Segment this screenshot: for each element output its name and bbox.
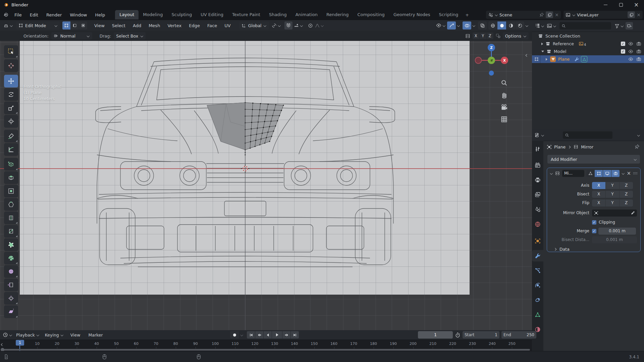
ruler-frame-label[interactable]: 190 xyxy=(389,342,398,346)
proportional-falloff-dropdown[interactable] xyxy=(315,23,324,28)
playback-menu[interactable]: Playback xyxy=(16,333,40,338)
next-keyframe-button[interactable] xyxy=(282,331,290,339)
workspace-tab-texture-paint[interactable]: Texture Paint xyxy=(228,10,265,19)
render-camera-icon[interactable] xyxy=(636,49,641,54)
modifier-extras-dropdown[interactable] xyxy=(622,172,625,175)
auto-keyframe-button[interactable] xyxy=(230,331,239,339)
tab-object-data[interactable] xyxy=(532,309,543,320)
tab-render[interactable] xyxy=(532,160,543,171)
ruler-frame-label[interactable]: 180 xyxy=(369,342,378,346)
merge-checkbox[interactable]: ✓ xyxy=(592,229,596,233)
shading-wireframe-button[interactable] xyxy=(488,21,497,29)
workspace-tab-layout[interactable]: Layout xyxy=(115,10,139,19)
toggle-edit-mode[interactable] xyxy=(595,170,603,177)
ruler-frame-label[interactable]: 10 xyxy=(33,342,42,346)
outliner-filter-dropdown[interactable] xyxy=(614,23,624,28)
tool-inset-faces[interactable] xyxy=(4,185,18,197)
camera-view-icon[interactable] xyxy=(500,104,508,111)
xray-toggle[interactable] xyxy=(478,21,487,29)
menu-uv[interactable]: UV xyxy=(221,23,234,28)
ruler-frame-label[interactable]: 200 xyxy=(409,342,418,346)
view-layer-selector[interactable]: ViewLayer × xyxy=(564,11,643,19)
ruler-frame-label[interactable]: 170 xyxy=(349,342,359,346)
ruler-frame-label[interactable]: 90 xyxy=(191,342,200,346)
tab-object[interactable] xyxy=(532,235,543,247)
menu-vertex[interactable]: Vertex xyxy=(164,23,185,28)
menu-window[interactable]: Window xyxy=(66,12,91,17)
ruler-frame-label[interactable]: 210 xyxy=(428,342,437,346)
menu-add[interactable]: Add xyxy=(129,23,145,28)
prev-keyframe-button[interactable] xyxy=(255,331,263,339)
flip-y-toggle[interactable]: Y xyxy=(606,199,619,206)
tab-view-layer[interactable] xyxy=(532,189,543,200)
play-reverse-button[interactable] xyxy=(264,331,272,339)
timeline-view-menu[interactable]: View xyxy=(66,333,85,338)
workspace-tab-shading[interactable]: Shading xyxy=(265,10,291,19)
properties-search-field[interactable] xyxy=(563,131,612,139)
tool-poly-build[interactable] xyxy=(4,238,18,251)
axis-z-toggle[interactable]: Z xyxy=(620,182,633,189)
menu-help[interactable]: Help xyxy=(91,12,109,17)
merge-threshold-field[interactable]: 0.001 m xyxy=(598,228,636,235)
ruler-frame-label[interactable]: 60 xyxy=(131,342,141,346)
menu-edit[interactable]: Edit xyxy=(26,12,42,17)
remove-view-layer-button[interactable]: × xyxy=(637,12,641,17)
snap-with-dropdown[interactable] xyxy=(294,23,303,28)
tool-bevel[interactable] xyxy=(4,198,18,211)
scene-selector[interactable]: Scene × xyxy=(486,11,561,19)
transform-orientation-dropdown[interactable]: Global xyxy=(239,21,269,29)
sidebar-collapse-arrow[interactable] xyxy=(525,54,528,57)
collapse-arrow-icon[interactable] xyxy=(541,51,544,52)
workspace-tab-uv-editing[interactable]: UV Editing xyxy=(196,10,228,19)
bisect-x-toggle[interactable]: X xyxy=(592,191,605,198)
ruler-frame-label[interactable]: 110 xyxy=(230,342,240,346)
ruler-frame-label[interactable]: 230 xyxy=(468,342,477,346)
mirror-y-toggle[interactable]: Y xyxy=(480,33,486,39)
tab-particles[interactable] xyxy=(532,265,543,276)
vertex-select-button[interactable] xyxy=(62,21,70,29)
timeline-scrollbar[interactable] xyxy=(0,349,532,351)
add-workspace-button[interactable]: + xyxy=(463,10,472,19)
tab-output[interactable] xyxy=(532,174,543,186)
tool-extrude-region[interactable] xyxy=(4,171,18,184)
bisect-distance-field[interactable]: 0.001 m xyxy=(592,236,637,243)
ruler-frame-label[interactable]: 240 xyxy=(487,342,497,346)
tab-world[interactable] xyxy=(532,219,543,230)
menu-edge[interactable]: Edge xyxy=(185,23,204,28)
keying-menu[interactable]: Keying xyxy=(45,333,64,338)
tool-shrink-fatten[interactable] xyxy=(4,292,18,305)
eyedropper-icon[interactable] xyxy=(631,211,635,215)
mirror-object-field[interactable] xyxy=(592,209,637,217)
minimize-button[interactable] xyxy=(598,0,613,9)
tool-edge-slide[interactable] xyxy=(4,279,18,291)
new-view-layer-button[interactable] xyxy=(628,11,635,18)
tool-spin[interactable] xyxy=(4,252,18,264)
shading-material-button[interactable] xyxy=(506,21,515,29)
shading-dropdown[interactable] xyxy=(525,21,529,29)
tab-physics[interactable] xyxy=(532,280,543,291)
menu-file[interactable]: File xyxy=(10,12,26,17)
data-subpanel-header[interactable]: Data xyxy=(547,245,641,253)
shading-solid-button[interactable] xyxy=(497,21,506,29)
outliner-filter-restriction-dropdown[interactable] xyxy=(547,23,556,28)
outliner-row-model[interactable]: Model ✓ xyxy=(532,48,644,55)
tool-transform[interactable] xyxy=(4,115,18,128)
tool-loop-cut[interactable] xyxy=(4,212,18,224)
breadcrumb-object[interactable]: Plane xyxy=(554,144,566,149)
exclude-checkbox[interactable]: ✓ xyxy=(621,49,625,54)
viewport-3d[interactable]: Front Orthographic (1) Plane 10 Centimet… xyxy=(0,41,532,330)
toggle-on-cage[interactable] xyxy=(586,170,594,177)
panel-collapse-icon[interactable] xyxy=(550,172,553,175)
workspace-tab-animation[interactable]: Animation xyxy=(291,10,322,19)
pivot-point-dropdown[interactable] xyxy=(272,23,281,28)
timeline-ruler[interactable]: 1020304050607080901001101201301401501601… xyxy=(0,340,532,349)
snap-toggle[interactable] xyxy=(284,21,292,29)
toggle-grid-icon[interactable] xyxy=(500,116,508,123)
ruler-frame-label[interactable]: 160 xyxy=(329,342,339,346)
zoom-view-icon[interactable] xyxy=(500,79,508,86)
ruler-frame-label[interactable]: 70 xyxy=(151,342,161,346)
playhead[interactable]: 1 xyxy=(16,340,24,346)
pan-view-icon[interactable] xyxy=(500,91,508,99)
workspace-tab-rendering[interactable]: Rendering xyxy=(322,10,353,19)
timeline-marker-menu[interactable]: Marker xyxy=(84,333,107,338)
